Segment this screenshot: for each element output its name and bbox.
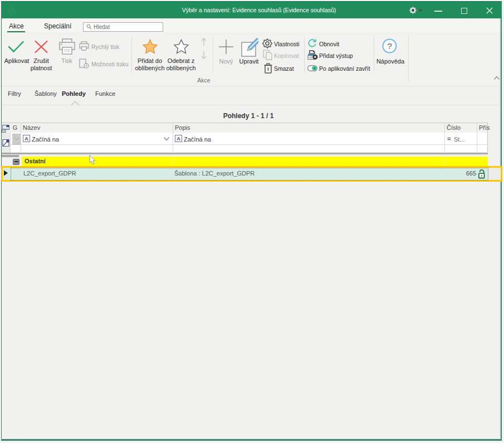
svg-text:A: A <box>25 136 28 142</box>
svg-text:?: ? <box>387 41 392 51</box>
svg-text:A: A <box>177 136 180 142</box>
